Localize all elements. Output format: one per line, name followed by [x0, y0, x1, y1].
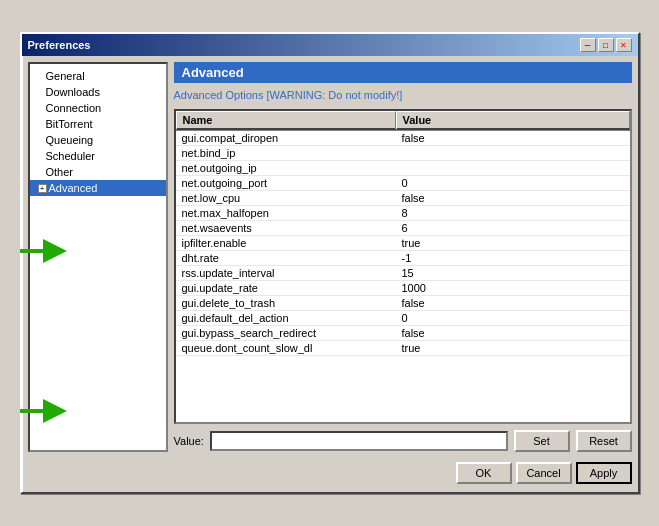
window-title: Preferences: [28, 39, 91, 51]
arrow-indicator-2: [18, 397, 73, 427]
cell-name: net.outgoing_port: [176, 176, 396, 190]
table-row[interactable]: net.bind_ip: [176, 146, 630, 161]
table-row[interactable]: gui.compat_diropenfalse: [176, 131, 630, 146]
table-row[interactable]: gui.update_rate1000: [176, 281, 630, 296]
cell-name: dht.rate: [176, 251, 396, 265]
bottom-buttons: OK Cancel Apply: [28, 458, 632, 486]
sidebar-item-scheduler[interactable]: Scheduler: [30, 148, 166, 164]
cell-value: false: [396, 131, 630, 145]
table-row[interactable]: net.low_cpufalse: [176, 191, 630, 206]
sidebar-item-queueing[interactable]: Queueing: [30, 132, 166, 148]
cell-name: gui.default_del_action: [176, 311, 396, 325]
table-row[interactable]: rss.update_interval15: [176, 266, 630, 281]
cell-value: -1: [396, 251, 630, 265]
set-button[interactable]: Set: [514, 430, 570, 452]
window-body: General Downloads Connection BitTorrent …: [22, 56, 638, 492]
cell-value: true: [396, 236, 630, 250]
cell-name: net.outgoing_ip: [176, 161, 396, 175]
value-label: Value:: [174, 435, 204, 447]
table-row[interactable]: gui.bypass_search_redirectfalse: [176, 326, 630, 341]
cell-name: gui.delete_to_trash: [176, 296, 396, 310]
cell-name: net.bind_ip: [176, 146, 396, 160]
options-table: Name Value gui.compat_diropenfalsenet.bi…: [174, 109, 632, 424]
apply-button[interactable]: Apply: [576, 462, 632, 484]
maximize-button[interactable]: [598, 38, 614, 52]
value-row: Value: Set Reset: [174, 430, 632, 452]
sidebar-item-other[interactable]: Other: [30, 164, 166, 180]
warning-text: Advanced Options [WARNING: Do not modify…: [174, 89, 632, 101]
sidebar-item-connection[interactable]: Connection: [30, 100, 166, 116]
sidebar-item-bittorrent[interactable]: BitTorrent: [30, 116, 166, 132]
title-bar-controls: [580, 38, 632, 52]
cancel-button[interactable]: Cancel: [516, 462, 572, 484]
arrow-indicator-1: [18, 237, 73, 267]
sidebar-item-general[interactable]: General: [30, 68, 166, 84]
cell-name: net.max_halfopen: [176, 206, 396, 220]
table-row[interactable]: ipfilter.enabletrue: [176, 236, 630, 251]
cell-value: true: [396, 341, 630, 355]
table-row[interactable]: gui.default_del_action0: [176, 311, 630, 326]
content-header: Advanced: [174, 62, 632, 83]
cell-name: gui.compat_diropen: [176, 131, 396, 145]
table-header: Name Value: [176, 111, 630, 131]
close-button[interactable]: [616, 38, 632, 52]
table-body[interactable]: gui.compat_diropenfalsenet.bind_ipnet.ou…: [176, 131, 630, 422]
cell-value: 15: [396, 266, 630, 280]
cell-name: net.low_cpu: [176, 191, 396, 205]
table-row[interactable]: queue.dont_count_slow_dltrue: [176, 341, 630, 356]
expand-icon: +: [38, 184, 47, 193]
table-row[interactable]: net.wsaevents6: [176, 221, 630, 236]
table-row[interactable]: net.max_halfopen8: [176, 206, 630, 221]
minimize-button[interactable]: [580, 38, 596, 52]
column-name[interactable]: Name: [176, 111, 396, 130]
cell-value: false: [396, 191, 630, 205]
cell-value: [396, 161, 630, 175]
cell-value: false: [396, 296, 630, 310]
sidebar-item-advanced[interactable]: + Advanced: [30, 180, 166, 196]
main-area: General Downloads Connection BitTorrent …: [28, 62, 632, 452]
table-row[interactable]: dht.rate-1: [176, 251, 630, 266]
cell-value: [396, 146, 630, 160]
cell-name: rss.update_interval: [176, 266, 396, 280]
cell-name: queue.dont_count_slow_dl: [176, 341, 396, 355]
cell-value: 0: [396, 311, 630, 325]
table-row[interactable]: net.outgoing_port0: [176, 176, 630, 191]
value-input[interactable]: [210, 431, 508, 451]
title-bar: Preferences: [22, 34, 638, 56]
content-area: Advanced Advanced Options [WARNING: Do n…: [174, 62, 632, 452]
ok-button[interactable]: OK: [456, 462, 512, 484]
cell-name: net.wsaevents: [176, 221, 396, 235]
preferences-window: Preferences: [20, 32, 640, 494]
cell-value: false: [396, 326, 630, 340]
cell-name: ipfilter.enable: [176, 236, 396, 250]
cell-value: 0: [396, 176, 630, 190]
cell-value: 6: [396, 221, 630, 235]
cell-value: 1000: [396, 281, 630, 295]
sidebar-item-downloads[interactable]: Downloads: [30, 84, 166, 100]
column-value[interactable]: Value: [396, 111, 630, 130]
table-row[interactable]: gui.delete_to_trashfalse: [176, 296, 630, 311]
cell-name: gui.bypass_search_redirect: [176, 326, 396, 340]
table-row[interactable]: net.outgoing_ip: [176, 161, 630, 176]
cell-name: gui.update_rate: [176, 281, 396, 295]
cell-value: 8: [396, 206, 630, 220]
reset-button[interactable]: Reset: [576, 430, 632, 452]
